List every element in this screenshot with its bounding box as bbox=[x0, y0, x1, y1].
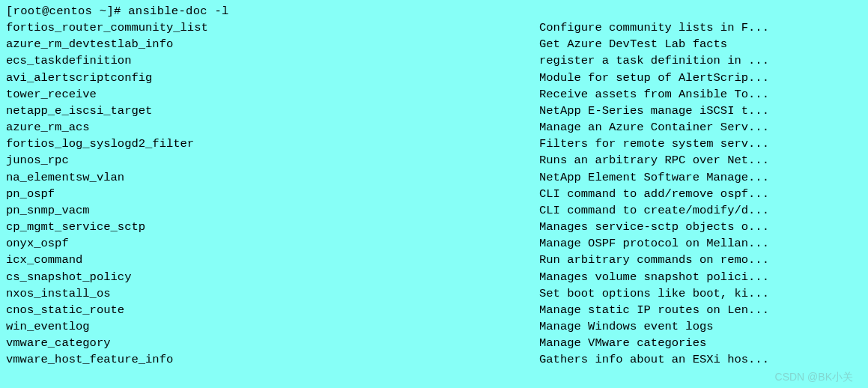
module-list: fortios_router_community_listConfigure c… bbox=[6, 19, 862, 368]
module-description: Manages service-sctp objects o... bbox=[539, 219, 862, 235]
module-row: cp_mgmt_service_sctpManages service-sctp… bbox=[6, 219, 862, 235]
module-description: Module for setup of AlertScrip... bbox=[539, 70, 862, 86]
module-description: Manages volume snapshot polici... bbox=[539, 269, 862, 285]
module-description: Manage an Azure Container Serv... bbox=[539, 119, 862, 136]
module-description: Gathers info about an ESXi hos... bbox=[539, 351, 862, 368]
watermark: CSDN @BK小关 bbox=[775, 369, 853, 384]
module-row: azure_rm_devtestlab_infoGet Azure DevTes… bbox=[6, 36, 862, 52]
module-name: icx_command bbox=[6, 252, 539, 268]
module-row: fortios_log_syslogd2_filterFilters for r… bbox=[6, 136, 862, 152]
module-name: tower_receive bbox=[6, 86, 539, 103]
module-name: onyx_ospf bbox=[6, 235, 539, 252]
module-description: Manage VMware categories bbox=[539, 335, 862, 351]
module-name: vmware_category bbox=[6, 335, 539, 351]
module-row: azure_rm_acsManage an Azure Container Se… bbox=[6, 119, 862, 136]
module-name: nxos_install_os bbox=[6, 285, 539, 302]
module-description: NetApp Element Software Manage... bbox=[539, 169, 862, 186]
module-description: Get Azure DevTest Lab facts bbox=[539, 36, 862, 52]
module-description: Manage static IP routes on Len... bbox=[539, 302, 862, 318]
module-name: cp_mgmt_service_sctp bbox=[6, 219, 539, 235]
module-description: Filters for remote system serv... bbox=[539, 136, 862, 152]
module-name: azure_rm_devtestlab_info bbox=[6, 36, 539, 52]
prompt-line: [root@centos ~]# ansible-doc -l bbox=[6, 3, 862, 19]
module-row: tower_receiveReceive assets from Ansible… bbox=[6, 86, 862, 103]
module-description: Runs an arbitrary RPC over Net... bbox=[539, 152, 862, 169]
module-description: Receive assets from Ansible To... bbox=[539, 86, 862, 103]
module-row: pn_snmp_vacmCLI command to create/modify… bbox=[6, 202, 862, 219]
module-row: ecs_taskdefinitionregister a task defini… bbox=[6, 52, 862, 69]
module-name: pn_ospf bbox=[6, 186, 539, 202]
module-row: avi_alertscriptconfigModule for setup of… bbox=[6, 70, 862, 86]
module-row: icx_commandRun arbitrary commands on rem… bbox=[6, 252, 862, 268]
module-name: azure_rm_acs bbox=[6, 119, 539, 136]
module-row: pn_ospfCLI command to add/remove ospf... bbox=[6, 186, 862, 202]
module-name: pn_snmp_vacm bbox=[6, 202, 539, 219]
module-row: cs_snapshot_policyManages volume snapsho… bbox=[6, 269, 862, 285]
module-row: fortios_router_community_listConfigure c… bbox=[6, 19, 862, 36]
module-name: junos_rpc bbox=[6, 152, 539, 169]
module-description: Manage OSPF protocol on Mellan... bbox=[539, 235, 862, 252]
module-name: avi_alertscriptconfig bbox=[6, 70, 539, 86]
module-name: fortios_log_syslogd2_filter bbox=[6, 136, 539, 152]
module-row: vmware_categoryManage VMware categories bbox=[6, 335, 862, 351]
module-row: netapp_e_iscsi_targetNetApp E-Series man… bbox=[6, 103, 862, 119]
module-name: na_elementsw_vlan bbox=[6, 169, 539, 186]
module-row: onyx_ospfManage OSPF protocol on Mellan.… bbox=[6, 235, 862, 252]
module-description: register a task definition in ... bbox=[539, 52, 862, 69]
module-description: Run arbitrary commands on remo... bbox=[539, 252, 862, 268]
module-row: na_elementsw_vlanNetApp Element Software… bbox=[6, 169, 862, 186]
module-row: vmware_host_feature_infoGathers info abo… bbox=[6, 351, 862, 368]
module-row: win_eventlogManage Windows event logs bbox=[6, 318, 862, 335]
module-description: CLI command to add/remove ospf... bbox=[539, 186, 862, 202]
module-name: cs_snapshot_policy bbox=[6, 269, 539, 285]
module-description: NetApp E-Series manage iSCSI t... bbox=[539, 103, 862, 119]
module-name: cnos_static_route bbox=[6, 302, 539, 318]
module-row: cnos_static_routeManage static IP routes… bbox=[6, 302, 862, 318]
module-description: Set boot options like boot, ki... bbox=[539, 285, 862, 302]
module-description: Configure community lists in F... bbox=[539, 19, 862, 36]
module-description: Manage Windows event logs bbox=[539, 318, 862, 335]
module-name: vmware_host_feature_info bbox=[6, 351, 539, 368]
module-row: junos_rpcRuns an arbitrary RPC over Net.… bbox=[6, 152, 862, 169]
module-description: CLI command to create/modify/d... bbox=[539, 202, 862, 219]
module-name: ecs_taskdefinition bbox=[6, 52, 539, 69]
module-row: nxos_install_osSet boot options like boo… bbox=[6, 285, 862, 302]
module-name: fortios_router_community_list bbox=[6, 19, 539, 36]
module-name: win_eventlog bbox=[6, 318, 539, 335]
module-name: netapp_e_iscsi_target bbox=[6, 103, 539, 119]
